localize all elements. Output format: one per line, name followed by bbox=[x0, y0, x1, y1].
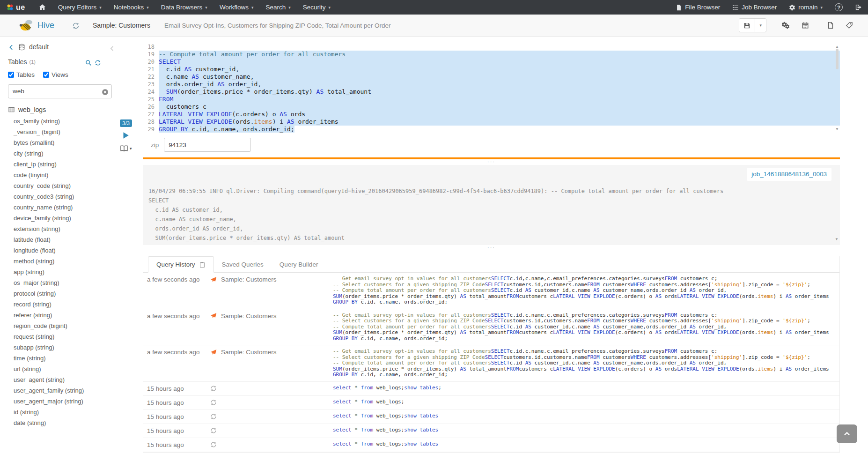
column-item[interactable]: device_family (string) bbox=[14, 213, 119, 223]
editor-line[interactable]: 19-- Compute total amount per order for … bbox=[143, 51, 840, 58]
views-checkbox[interactable] bbox=[43, 72, 49, 78]
home-button[interactable] bbox=[33, 0, 52, 15]
recent-queries-button[interactable] bbox=[72, 21, 80, 30]
table-search-button[interactable] bbox=[85, 58, 92, 66]
table-filter-input[interactable] bbox=[8, 84, 112, 98]
variable-input[interactable] bbox=[164, 138, 251, 152]
save-button[interactable] bbox=[739, 19, 755, 32]
history-row[interactable]: a few seconds agoSample: Customers-- Get… bbox=[143, 309, 839, 346]
editor-line[interactable]: 20SELECT bbox=[143, 58, 840, 66]
column-item[interactable]: method (string) bbox=[14, 256, 119, 267]
tab-query-history[interactable]: Query History bbox=[148, 256, 214, 273]
table-item[interactable]: web_logs bbox=[8, 106, 119, 113]
column-item[interactable]: bytes (smallint) bbox=[14, 137, 119, 148]
back-button[interactable] bbox=[8, 43, 15, 51]
history-row[interactable]: a few seconds agoSample: Customers-- Get… bbox=[143, 345, 839, 382]
editor-line[interactable]: 26 customers c bbox=[143, 103, 840, 111]
column-item[interactable]: os_major (string) bbox=[14, 277, 119, 288]
column-item[interactable]: client_ip (string) bbox=[14, 159, 119, 170]
resize-handle[interactable]: ··· bbox=[143, 245, 840, 251]
scroll-down-arrow[interactable]: ▼ bbox=[834, 126, 840, 133]
editor-line[interactable]: 29GROUP BY c.id, c.name, ords.order_id; bbox=[143, 126, 840, 133]
history-row[interactable]: 15 hours agoselect * from web_logs;show … bbox=[143, 438, 839, 452]
nav-job-browser[interactable]: Job Browser bbox=[726, 0, 783, 15]
schedule-button[interactable] bbox=[800, 20, 811, 31]
column-item[interactable]: url (string) bbox=[14, 364, 119, 374]
hive-logo[interactable]: Hive bbox=[0, 19, 54, 32]
nav-query-editors[interactable]: Query Editors ▾ bbox=[52, 0, 108, 15]
column-item[interactable]: latitude (float) bbox=[14, 234, 119, 245]
column-item[interactable]: code (tinyint) bbox=[14, 170, 119, 180]
history-row[interactable]: a few seconds agoSample: Customers-- Get… bbox=[143, 273, 839, 309]
column-item[interactable]: date (string) bbox=[14, 417, 119, 428]
logout-button[interactable] bbox=[849, 0, 868, 15]
editor-line[interactable]: 22 c.name AS customer_name, bbox=[143, 73, 840, 81]
help-button[interactable]: ? bbox=[829, 0, 849, 15]
column-item[interactable]: user_agent_family (string) bbox=[14, 385, 119, 396]
column-item[interactable]: os_family (string) bbox=[14, 116, 119, 127]
column-item[interactable]: longitude (float) bbox=[14, 245, 119, 256]
column-item[interactable]: request (string) bbox=[14, 331, 119, 342]
database-name[interactable]: default bbox=[29, 43, 49, 51]
nav-file-browser[interactable]: File Browser bbox=[669, 0, 726, 15]
column-item[interactable]: time (string) bbox=[14, 353, 119, 364]
tab-saved-queries[interactable]: Saved Queries bbox=[214, 256, 272, 272]
chevron-up-icon bbox=[843, 430, 851, 438]
settings-button[interactable] bbox=[780, 20, 792, 31]
collapse-sidebar-button[interactable] bbox=[109, 44, 115, 52]
nav-search[interactable]: Search ▾ bbox=[259, 0, 296, 15]
reference-button[interactable]: ▾ bbox=[120, 145, 132, 152]
column-item[interactable]: region_code (bigint) bbox=[14, 320, 119, 331]
history-row[interactable]: 15 hours agoselect * from web_logs;show … bbox=[143, 410, 839, 424]
tables-checkbox[interactable] bbox=[8, 72, 14, 78]
nav-notebooks[interactable]: Notebooks ▾ bbox=[108, 0, 155, 15]
scroll-top-button[interactable] bbox=[837, 424, 857, 443]
query-title[interactable]: Sample: Customers bbox=[93, 22, 150, 29]
column-item[interactable]: country_name (string) bbox=[14, 202, 119, 213]
column-item[interactable]: country_code (string) bbox=[14, 180, 119, 191]
editor-line[interactable]: 23 ords.order_id AS order_id, bbox=[143, 81, 840, 88]
nav-security[interactable]: Security ▾ bbox=[297, 0, 337, 15]
scrollbar-thumb[interactable] bbox=[836, 49, 839, 69]
column-item[interactable]: subapp (string) bbox=[14, 342, 119, 353]
editor-line[interactable]: 18 bbox=[143, 43, 840, 51]
main-panel: 1819-- Compute total amount per order fo… bbox=[143, 37, 840, 454]
history-row[interactable]: 15 hours agoselect * from web_logs; bbox=[143, 396, 839, 410]
resize-handle[interactable]: ··· bbox=[143, 159, 840, 165]
hue-logo[interactable]: ue bbox=[0, 0, 33, 15]
user-menu[interactable]: romain ▾ bbox=[783, 0, 829, 15]
column-item[interactable]: user_agent_major (string) bbox=[14, 396, 119, 407]
scroll-down-arrow[interactable]: ▼ bbox=[835, 235, 839, 244]
column-item[interactable]: record (string) bbox=[14, 299, 119, 310]
column-item[interactable]: app (string) bbox=[14, 267, 119, 277]
column-item[interactable]: id (string) bbox=[14, 407, 119, 417]
history-row[interactable]: 15 hours agoselect * from web_logs;show … bbox=[143, 382, 839, 396]
tags-button[interactable] bbox=[844, 20, 855, 31]
clear-search-button[interactable] bbox=[102, 88, 109, 96]
editor-line[interactable]: 24 SUM(order_items.price * order_items.q… bbox=[143, 88, 840, 96]
nav-workflows[interactable]: Workflows ▾ bbox=[213, 0, 260, 15]
job-link[interactable]: job_1461888648136_0003 bbox=[747, 168, 831, 181]
column-item[interactable]: user_agent (string) bbox=[14, 374, 119, 385]
filter-tables[interactable]: Tables bbox=[8, 71, 35, 78]
nav-data-browsers[interactable]: Data Browsers ▾ bbox=[155, 0, 213, 15]
editor-line[interactable]: 27LATERAL VIEW EXPLODE(c.orders) o AS or… bbox=[143, 111, 840, 118]
tab-query-builder[interactable]: Query Builder bbox=[272, 256, 326, 272]
save-dropdown-button[interactable]: ▾ bbox=[755, 19, 766, 32]
column-item[interactable]: extension (string) bbox=[14, 223, 119, 234]
editor-line[interactable]: 21 c.id AS customer_id, bbox=[143, 66, 840, 73]
column-item[interactable]: country_code3 (string) bbox=[14, 191, 119, 202]
editor-line[interactable]: 25FROM bbox=[143, 96, 840, 103]
table-refresh-button[interactable] bbox=[95, 58, 101, 66]
history-row[interactable]: 15 hours agoselect * from web_logs;show … bbox=[143, 424, 839, 438]
new-query-button[interactable] bbox=[825, 20, 836, 31]
column-item[interactable]: _version_ (bigint) bbox=[14, 127, 119, 137]
editor-line[interactable]: 28LATERAL VIEW EXPLODE(ords.items) i AS … bbox=[143, 118, 840, 126]
code-editor[interactable]: 1819-- Compute total amount per order fo… bbox=[143, 43, 840, 133]
execute-button[interactable] bbox=[123, 131, 129, 139]
editor-scrollbar[interactable]: ▲ ▼ bbox=[834, 43, 840, 133]
column-item[interactable]: city (string) bbox=[14, 148, 119, 159]
filter-views[interactable]: Views bbox=[43, 71, 68, 78]
column-item[interactable]: protocol (string) bbox=[14, 288, 119, 299]
column-item[interactable]: referer (string) bbox=[14, 310, 119, 320]
